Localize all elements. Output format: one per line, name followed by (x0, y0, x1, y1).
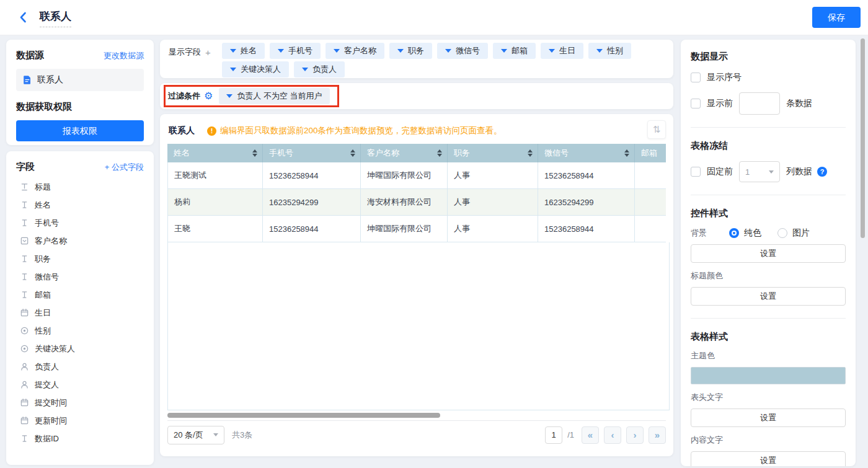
gear-icon[interactable]: ⚙ (204, 91, 213, 101)
column-header[interactable]: 职务 (448, 144, 538, 162)
add-formula-field-link[interactable]: + 公式字段 (105, 162, 144, 173)
sort-carets-icon[interactable] (350, 149, 355, 157)
header-text-set-button[interactable]: 设置 (691, 408, 846, 427)
text-icon (20, 272, 29, 281)
fields-title: 字段 (16, 161, 35, 173)
field-item-label: 负责人 (35, 361, 59, 373)
sort-carets-icon[interactable] (252, 149, 257, 157)
column-header[interactable]: 姓名 (167, 144, 263, 162)
freeze-count-select[interactable]: 1 (739, 161, 780, 182)
table-row[interactable]: 杨莉16235294299海安材料有限公司人事16235294299 (167, 189, 666, 216)
date-icon (20, 398, 29, 407)
display-field-chip[interactable]: 微信号 (437, 43, 488, 59)
save-button[interactable]: 保存 (812, 7, 861, 28)
current-page-input[interactable]: 1 (545, 426, 562, 444)
display-field-chip[interactable]: 邮箱 (493, 43, 536, 59)
display-field-chip[interactable]: 生日 (541, 43, 583, 59)
column-header[interactable]: 微信号 (538, 144, 635, 162)
next-page-icon[interactable]: › (626, 426, 644, 444)
datasource-item[interactable]: 联系人 (16, 69, 144, 91)
help-icon[interactable]: ? (817, 167, 827, 177)
page-size-select[interactable]: 20 条/页 (167, 426, 224, 444)
display-field-chip[interactable]: 职务 (389, 43, 432, 59)
vertical-scrollbar[interactable] (861, 38, 865, 238)
show-index-checkbox[interactable] (691, 73, 701, 82)
chevron-down-icon (769, 170, 774, 174)
field-item[interactable]: 生日 (16, 304, 144, 322)
chevron-down-icon (445, 49, 451, 53)
table-cell: 海安材料有限公司 (361, 189, 448, 216)
text-icon (20, 434, 29, 443)
title-color-set-button[interactable]: 设置 (691, 287, 846, 306)
chip-label: 微信号 (456, 45, 480, 56)
sort-carets-icon[interactable] (528, 149, 533, 157)
show-first-checkbox[interactable] (691, 99, 701, 108)
column-header-label: 职务 (454, 148, 470, 159)
page-size-value: 20 条/页 (174, 430, 203, 441)
display-field-chip[interactable]: 关键决策人 (222, 61, 289, 77)
theme-color-swatch[interactable] (691, 367, 846, 384)
column-header[interactable]: 客户名称 (361, 144, 448, 162)
column-header-label: 姓名 (174, 148, 190, 159)
change-datasource-link[interactable]: 更改数据源 (104, 50, 144, 61)
filter-condition-chip[interactable]: 负责人 不为空 当前用户 (219, 88, 329, 104)
freeze-columns-checkbox[interactable] (691, 167, 701, 177)
page-title[interactable]: 联系人 (40, 9, 71, 27)
solid-color-radio[interactable] (729, 228, 739, 238)
table-row[interactable]: 王晓15236258944坤曜国际有限公司人事15236258944 (167, 216, 666, 242)
field-item[interactable]: 姓名 (16, 196, 144, 214)
column-header[interactable]: 手机号 (263, 144, 361, 162)
display-field-chip[interactable]: 性别 (588, 43, 631, 59)
field-item[interactable]: 手机号 (16, 214, 144, 232)
field-item[interactable]: 关键决策人 (16, 340, 144, 358)
table-cell (635, 189, 666, 216)
sort-carets-icon[interactable] (437, 149, 442, 157)
field-item[interactable]: 提交人 (16, 376, 144, 394)
chevron-down-icon (596, 49, 603, 53)
horizontal-scrollbar[interactable] (167, 413, 440, 418)
field-item[interactable]: 数据ID (16, 430, 144, 448)
display-field-chip[interactable]: 客户名称 (326, 43, 384, 59)
table-row[interactable]: 王晓测试15236258944坤曜国际有限公司人事15236258944 (167, 162, 666, 189)
field-item[interactable]: 微信号 (16, 268, 144, 286)
field-item[interactable]: 负责人 (16, 358, 144, 376)
image-radio[interactable] (777, 228, 787, 238)
column-header[interactable]: 邮箱 (635, 144, 666, 162)
back-icon[interactable] (17, 11, 30, 24)
report-permission-button[interactable]: 报表权限 (16, 120, 144, 141)
add-display-field-button[interactable]: + (205, 47, 211, 58)
chip-label: 职务 (408, 45, 424, 56)
filter-condition-text: 负责人 不为空 当前用户 (237, 91, 322, 102)
field-item[interactable]: 更新时间 (16, 412, 144, 430)
datasource-item-label: 联系人 (37, 74, 63, 86)
sort-carets-icon[interactable] (624, 149, 629, 157)
display-fields-card: 显示字段 + 姓名手机号客户名称职务微信号邮箱生日性别关键决策人负责人 (160, 40, 673, 78)
display-field-chips: 姓名手机号客户名称职务微信号邮箱生日性别关键决策人负责人 (222, 43, 665, 77)
content-text-set-button[interactable]: 设置 (691, 451, 846, 466)
freeze-prefix-label: 固定前 (707, 166, 733, 177)
table-cell: 杨莉 (167, 189, 263, 216)
display-field-chip[interactable]: 负责人 (294, 61, 345, 77)
last-page-icon[interactable]: » (649, 426, 666, 444)
top-bar: 联系人 保存 (0, 0, 868, 35)
first-page-icon[interactable]: « (582, 426, 599, 444)
field-item[interactable]: 标题 (16, 178, 144, 196)
sort-order-button[interactable]: ⇅ (647, 120, 666, 139)
date-icon (20, 416, 29, 425)
field-item[interactable]: 提交时间 (16, 394, 144, 412)
background-set-button[interactable]: 设置 (691, 244, 846, 263)
filter-card: 过滤条件 ⚙ 负责人 不为空 当前用户 (160, 83, 673, 109)
show-first-count-input[interactable] (739, 92, 780, 115)
field-item[interactable]: 客户名称 (16, 232, 144, 250)
display-field-chip[interactable]: 姓名 (222, 43, 265, 59)
field-item[interactable]: 性别 (16, 322, 144, 340)
field-item[interactable]: 邮箱 (16, 286, 144, 304)
table-cell: 15236258944 (538, 216, 635, 242)
field-item[interactable]: 职务 (16, 250, 144, 268)
permission-title: 数据获取权限 (16, 101, 144, 113)
datasource-panel: 数据源 更改数据源 联系人 数据获取权限 报表权限 (6, 40, 154, 145)
prev-page-icon[interactable]: ‹ (604, 426, 621, 444)
column-header-label: 客户名称 (367, 148, 399, 159)
display-field-chip[interactable]: 手机号 (270, 43, 321, 59)
freeze-count-value: 1 (745, 167, 750, 177)
